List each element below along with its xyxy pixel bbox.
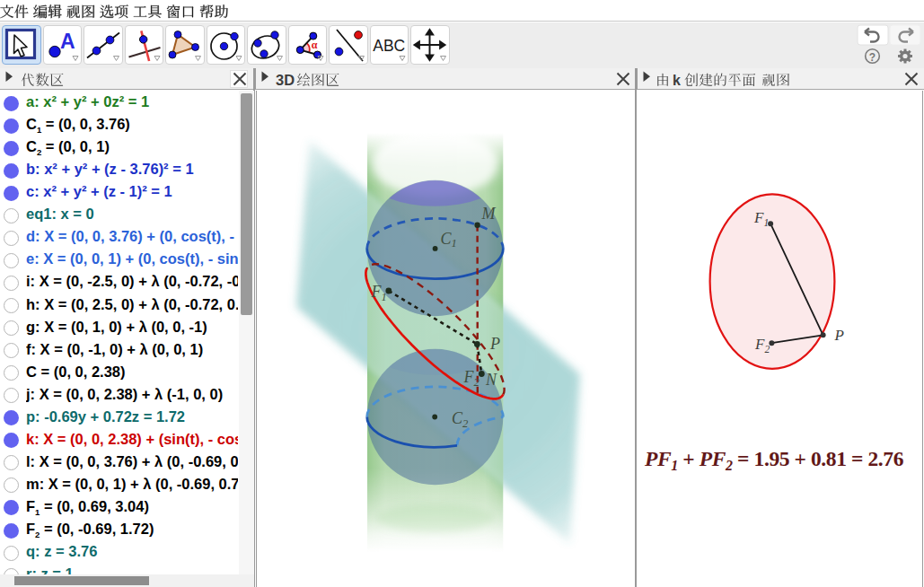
svg-text:N: N — [485, 371, 497, 389]
svg-text:M: M — [481, 205, 497, 223]
svg-text:3D: 3D — [276, 72, 295, 88]
svg-text:P: P — [834, 327, 844, 344]
svg-text:P: P — [489, 335, 500, 353]
svg-text:k: k — [673, 73, 681, 88]
svg-text:α: α — [312, 39, 318, 51]
svg-text:ABC: ABC — [373, 37, 405, 55]
svg-text:PF1 + PF2 = 1.95 + 0.81 = 2.76: PF1 + PF2 = 1.95 + 0.81 = 2.76 — [644, 447, 904, 473]
svg-text:A: A — [60, 30, 75, 53]
svg-text:?: ? — [869, 51, 876, 64]
